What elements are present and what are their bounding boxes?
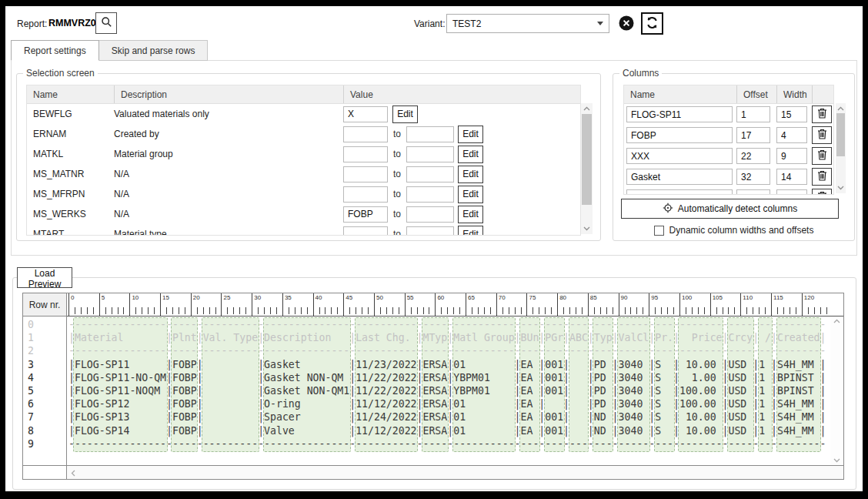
ruler-label: 5 <box>102 294 105 301</box>
chevron-down-icon[interactable] <box>592 22 609 25</box>
report-label: Report: <box>17 18 47 29</box>
trash-icon <box>817 170 827 183</box>
ruler-label: 30 <box>254 294 261 301</box>
ruler-tick <box>319 307 320 314</box>
value-to-input[interactable] <box>406 226 454 236</box>
column-width-input[interactable] <box>776 106 807 122</box>
ruler-tick <box>502 307 503 314</box>
ruler-label: 90 <box>621 294 628 301</box>
value-from-input[interactable] <box>343 226 388 236</box>
ruler-tick <box>765 307 766 314</box>
preview-vertical-scrollbar[interactable] <box>830 316 843 465</box>
report-search-button[interactable] <box>95 12 117 34</box>
scroll-down-icon[interactable] <box>836 183 846 193</box>
edit-button[interactable]: Edit <box>458 226 483 236</box>
column-width-input[interactable] <box>776 127 807 143</box>
row-number: 3 <box>23 358 66 371</box>
edit-button[interactable]: Edit <box>458 206 483 223</box>
value-from-input[interactable] <box>343 126 388 142</box>
ruler-tick <box>203 307 204 314</box>
column-header-name: Name <box>624 85 736 103</box>
ruler-tick <box>698 307 699 314</box>
preview-line: |Material |Plnt|Val. Type|Description |L… <box>68 331 826 344</box>
preview-horizontal-scrollbar[interactable] <box>67 465 843 479</box>
ruler-major-line <box>802 293 803 316</box>
column-header-offset: Offset <box>736 85 776 103</box>
selection-table-scrollbar[interactable] <box>581 103 593 234</box>
column-offset-input[interactable] <box>736 189 770 194</box>
column-width-input[interactable] <box>776 189 807 194</box>
ruler-tick <box>515 307 516 314</box>
edit-button[interactable]: Edit <box>458 166 483 183</box>
edit-button[interactable]: Edit <box>458 126 483 143</box>
variant-clear-button[interactable] <box>617 15 636 33</box>
scroll-down-icon[interactable] <box>830 458 843 463</box>
scroll-up-icon[interactable] <box>581 104 593 113</box>
ruler-tick <box>655 307 656 314</box>
value-from-input[interactable] <box>343 166 388 183</box>
ruler-tick <box>380 307 381 314</box>
load-preview-button[interactable]: Load Preview <box>17 267 72 288</box>
selection-parameter-description: Created by <box>114 129 343 139</box>
ruler-major-line <box>435 293 436 316</box>
edit-button[interactable]: Edit <box>392 105 418 123</box>
column-name-input[interactable] <box>626 189 733 194</box>
selection-table-row: BEWFLGValuated materials onlyEdit <box>27 104 580 124</box>
dynamic-widths-checkbox[interactable] <box>654 226 664 236</box>
ruler-tick <box>368 307 369 314</box>
selection-parameter-name: MATKL <box>27 149 114 159</box>
auto-detect-columns-button[interactable]: Automatically detect columns <box>621 199 839 219</box>
ruler-major-line <box>313 293 314 316</box>
delete-column-button[interactable] <box>812 126 832 144</box>
column-name-input[interactable] <box>626 106 733 122</box>
ruler-label: 60 <box>437 294 444 301</box>
preview-line: |FLOG-SP12 |FOBP| |O-ring |11/12/2022|ER… <box>68 397 826 410</box>
variant-refresh-button[interactable] <box>641 12 663 35</box>
selection-table-row: ERNAMCreated bytoEdit <box>27 124 580 144</box>
value-from-input[interactable] <box>343 106 388 122</box>
value-from-input[interactable] <box>343 206 388 223</box>
column-name-input[interactable] <box>626 148 733 164</box>
ruler-tick <box>166 307 167 314</box>
ruler-tick <box>532 307 533 314</box>
variant-combobox[interactable]: TEST2 <box>446 14 609 33</box>
scroll-down-icon[interactable] <box>581 224 593 233</box>
tab-skip-and-parse-rows[interactable]: Skip and parse rows <box>98 40 209 61</box>
selection-table-row: MTARTMaterial typetoEdit <box>27 224 580 235</box>
column-offset-input[interactable] <box>736 148 770 164</box>
edit-button[interactable]: Edit <box>458 146 483 163</box>
column-offset-input[interactable] <box>736 106 770 122</box>
columns-table-scrollbar[interactable] <box>836 103 846 193</box>
scroll-up-icon[interactable] <box>830 319 843 323</box>
delete-column-button[interactable] <box>812 168 832 186</box>
column-width-input[interactable] <box>776 148 807 164</box>
ruler-tick <box>301 307 302 314</box>
selection-table-row: MS_WERKSN/AtoEdit <box>27 204 580 224</box>
column-offset-input[interactable] <box>736 169 770 185</box>
tab-report-settings[interactable]: Report settings <box>11 40 99 61</box>
value-to-input[interactable] <box>406 166 454 183</box>
row-number: 8 <box>23 424 66 437</box>
value-to-input[interactable] <box>406 126 454 142</box>
column-name-input[interactable] <box>626 169 733 185</box>
value-from-input[interactable] <box>343 186 388 203</box>
column-offset-input[interactable] <box>736 127 770 143</box>
value-to-input[interactable] <box>406 146 454 162</box>
edit-button[interactable]: Edit <box>458 186 483 203</box>
value-to-input[interactable] <box>406 186 454 203</box>
scroll-up-icon[interactable] <box>836 104 846 113</box>
value-to-input[interactable] <box>406 206 454 223</box>
ruler-label: 0 <box>71 294 74 301</box>
ruler-tick <box>245 307 246 314</box>
scroll-left-icon[interactable] <box>71 466 75 480</box>
delete-column-button[interactable] <box>812 189 832 194</box>
scrollbar-thumb[interactable] <box>836 113 845 156</box>
sync-icon <box>646 16 659 32</box>
ruler-label: 100 <box>682 294 692 301</box>
delete-column-button[interactable] <box>812 105 832 123</box>
scrollbar-thumb[interactable] <box>582 114 592 205</box>
column-name-input[interactable] <box>626 127 733 143</box>
column-width-input[interactable] <box>776 169 807 185</box>
delete-column-button[interactable] <box>812 147 832 165</box>
value-from-input[interactable] <box>343 146 388 162</box>
